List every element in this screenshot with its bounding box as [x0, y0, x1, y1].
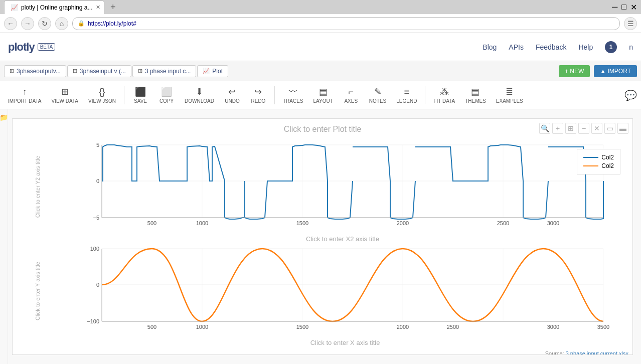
axes-icon: ⌐ — [349, 87, 354, 97]
file-tabs-bar: ⊞ 3phaseoutputv... ⊞ 3phaseinput v (... … — [0, 61, 641, 81]
main-toolbar: ↑ IMPORT DATA ⊞ VIEW DATA {} VIEW JSON ⬛… — [0, 81, 641, 109]
copy-button[interactable]: ⬜ COPY — [154, 84, 179, 106]
legend-item-1: Col2 — [583, 154, 614, 161]
fit-data-icon: ⁂ — [440, 86, 449, 97]
layout-button[interactable]: ▤ LAYOUT — [309, 84, 337, 106]
feedback-link[interactable]: Feedback — [536, 43, 566, 51]
user-menu-button[interactable]: n — [629, 43, 633, 51]
x-axis-title[interactable]: Click to enter X axis title — [58, 338, 632, 349]
maximize-button[interactable]: □ — [621, 3, 626, 12]
file-tab-label-2: 3phaseinput v (... — [80, 68, 126, 75]
browser-tab-active[interactable]: 📈 plotly | Online graphing a... ✕ — [4, 1, 104, 14]
file-tab-plot[interactable]: 📈 Plot — [197, 65, 228, 77]
chat-icon[interactable]: 💬 — [624, 89, 637, 101]
legend-line-orange — [583, 165, 598, 166]
legend-line-blue — [583, 157, 598, 158]
upper-chart-row: Click to enter Y2 axis title — [18, 140, 627, 234]
svg-text:3000: 3000 — [547, 220, 559, 226]
folder-icon[interactable]: 📁 — [0, 113, 8, 121]
tab-close-button[interactable]: ✕ — [96, 4, 100, 11]
import-data-icon: ↑ — [23, 87, 27, 97]
import-data-button[interactable]: ↑ IMPORT DATA — [4, 85, 46, 106]
new-tab-button[interactable]: + — [110, 2, 116, 13]
apis-link[interactable]: APIs — [509, 43, 524, 51]
blog-link[interactable]: Blog — [483, 43, 497, 51]
layout-label: LAYOUT — [313, 98, 333, 104]
file-tab-label-3: 3 phase input c... — [145, 68, 191, 75]
themes-button[interactable]: ▤ THEMES — [461, 84, 490, 106]
undo-label: UNDO — [225, 98, 239, 104]
y-axis-title[interactable]: Click to enter Y axis title — [35, 262, 41, 320]
source-link[interactable]: 3 phase input current.xlsx — [566, 350, 628, 355]
back-button[interactable]: ← — [4, 17, 17, 30]
file-tab-1[interactable]: ⊞ 3phaseoutputv... — [4, 65, 66, 77]
svg-text:5: 5 — [96, 142, 99, 148]
plot-container: Click to enter Plot title 🔍 + ⊞ − ✕ ▭ ▬ — [12, 118, 633, 355]
examples-button[interactable]: ≣ EXAMPLES — [492, 84, 527, 106]
line-chart-icon: 📈 — [203, 68, 210, 74]
download-button[interactable]: ⬇ DOWNLOAD — [181, 84, 218, 106]
import-data-label: IMPORT DATA — [8, 98, 42, 104]
traces-button[interactable]: 〰 TRACES — [279, 85, 307, 106]
download-icon: ⬇ — [196, 86, 203, 97]
select-icon[interactable]: ▬ — [617, 123, 628, 134]
zoom-in-button[interactable]: 🔍 — [539, 123, 550, 134]
svg-text:2000: 2000 — [397, 324, 409, 330]
svg-text:100: 100 — [90, 246, 99, 252]
view-json-button[interactable]: {} VIEW JSON — [84, 85, 120, 106]
forward-button[interactable]: → — [21, 17, 34, 30]
redo-icon: ↪ — [254, 86, 262, 97]
save-button[interactable]: ⬛ SAVE — [128, 84, 152, 106]
themes-icon: ▤ — [471, 86, 479, 97]
zoom-out-icon[interactable]: − — [578, 123, 589, 134]
source-text: Source: 3 phase input current.xlsx — [13, 349, 632, 355]
user-badge[interactable]: 1 — [605, 41, 617, 53]
file-tab-2[interactable]: ⊞ 3phaseinput v (... — [67, 65, 131, 77]
x2-axis-title[interactable]: Click to enter X2 axis title — [58, 234, 627, 244]
home-button[interactable]: ⌂ — [55, 17, 68, 30]
file-tab-3[interactable]: ⊞ 3 phase input c... — [132, 65, 196, 77]
grid-icon-2: ⊞ — [73, 68, 77, 74]
legend-label-2: Col2 — [601, 162, 614, 169]
menu-button[interactable]: ☰ — [624, 17, 637, 30]
minimize-button[interactable]: ─ — [612, 3, 617, 12]
legend-label: LEGEND — [396, 98, 417, 104]
plot-area: Click to enter Plot title 🔍 + ⊞ − ✕ ▭ ▬ — [8, 109, 641, 364]
upper-chart-container: 5 0 −5 500 1000 1500 2000 2500 3000 — [58, 140, 627, 234]
reset-icon[interactable]: ✕ — [591, 123, 602, 134]
notes-button[interactable]: ✎ NOTES — [365, 84, 390, 106]
new-button[interactable]: + NEW — [559, 65, 590, 77]
svg-text:−5: −5 — [93, 215, 99, 221]
close-window-button[interactable]: ✕ — [630, 3, 637, 12]
pan-icon[interactable]: ⊞ — [565, 123, 576, 134]
view-data-button[interactable]: ⊞ VIEW DATA — [48, 84, 83, 106]
tab-title: plotly | Online graphing a... — [21, 4, 93, 11]
lock-icon: 🔒 — [78, 20, 85, 27]
refresh-button[interactable]: ↻ — [38, 17, 51, 30]
tab-favicon: 📈 — [11, 4, 18, 11]
source-prefix: Source: — [545, 350, 566, 355]
notes-label: NOTES — [369, 98, 386, 104]
traces-label: TRACES — [283, 98, 303, 104]
drag-icon[interactable]: ▭ — [604, 123, 615, 134]
help-link[interactable]: Help — [578, 43, 593, 51]
toolbar-right: 💬 — [624, 89, 637, 101]
svg-text:500: 500 — [147, 324, 156, 330]
redo-label: REDO — [251, 98, 266, 104]
legend-button[interactable]: ≡ LEGEND — [392, 85, 421, 106]
zoom-icon[interactable]: + — [552, 123, 563, 134]
axes-button[interactable]: ⌐ AXES — [339, 85, 363, 106]
import-button[interactable]: ▲ IMPORT — [594, 65, 637, 77]
svg-text:0: 0 — [96, 282, 99, 288]
copy-label: COPY — [159, 98, 174, 104]
address-bar[interactable]: 🔒 https://plot.ly/plot# — [72, 17, 620, 30]
redo-button[interactable]: ↪ REDO — [246, 84, 270, 106]
y2-axis-label-container: Click to enter Y2 axis title — [18, 140, 58, 234]
view-json-icon: {} — [99, 87, 105, 97]
undo-button[interactable]: ↩ UNDO — [220, 84, 244, 106]
y2-axis-title[interactable]: Click to enter Y2 axis title — [35, 156, 41, 218]
svg-text:2000: 2000 — [397, 220, 409, 226]
examples-icon: ≣ — [506, 86, 513, 97]
fit-data-button[interactable]: ⁂ FIT DATA — [429, 84, 459, 106]
view-data-icon: ⊞ — [61, 86, 69, 97]
